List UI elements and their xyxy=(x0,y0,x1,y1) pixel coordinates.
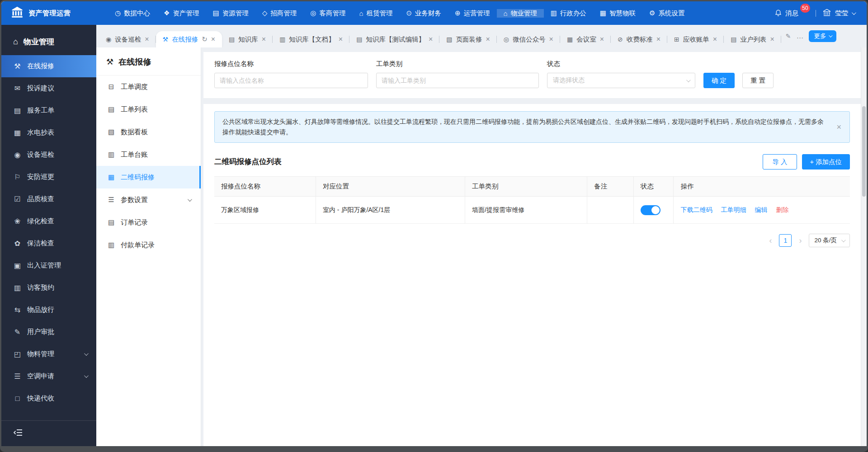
tab-receivable-bills[interactable]: ⊞ 应收账单 × xyxy=(667,31,724,47)
sidebar-item-visitor-booking[interactable]: ▥ 访客预约 xyxy=(1,277,96,299)
submenu-item-icon: ▤ xyxy=(107,218,115,226)
close-icon[interactable]: × xyxy=(549,36,553,43)
close-icon[interactable]: × xyxy=(836,123,841,131)
sidebar-item-label: 物料管理 xyxy=(27,350,54,358)
tab-online-repair[interactable]: ⚒ 在线报修 ↻ × xyxy=(156,31,222,47)
section-title: 二维码报修点位列表 xyxy=(214,157,282,167)
sidebar-item-material-mgmt[interactable]: ◰ 物料管理 xyxy=(1,343,96,365)
submenu-item-work-order-ledger[interactable]: ▥ 工单台账 xyxy=(96,143,201,166)
work-order-detail-link[interactable]: 工单明细 xyxy=(721,206,746,214)
scrollbar-thumb[interactable] xyxy=(862,106,866,197)
topnav-item-resource-mgmt[interactable]: ▤ 资源管理 xyxy=(206,9,255,18)
sidebar-item-online-repair[interactable]: ⚒ 在线报修 xyxy=(1,55,96,77)
point-name-input[interactable] xyxy=(214,73,368,88)
sidebar-item-pass-mgmt[interactable]: ▣ 出入证管理 xyxy=(1,254,96,277)
page-size-select[interactable]: 20 条/页 xyxy=(809,234,850,247)
edit-link[interactable]: 编辑 xyxy=(755,206,767,214)
tab-knowledge-docs[interactable]: ▥ 知识库【文档】 × xyxy=(273,31,349,47)
sidebar-item-courier-collection[interactable]: □ 快递代收 xyxy=(1,387,96,410)
close-icon[interactable]: × xyxy=(429,36,433,43)
sidebar-item-service-orders[interactable]: ▤ 服务工单 xyxy=(1,99,96,122)
sidebar-item-user-approval[interactable]: ✎ 用户审批 xyxy=(1,321,96,343)
sidebar-item-label: 访客预约 xyxy=(27,283,54,292)
topnav-item-business-finance[interactable]: ⊙ 业务财务 xyxy=(399,9,448,18)
tab-label: 会议室 xyxy=(576,35,596,44)
submenu-item-order-records[interactable]: ▤ 订单记录 xyxy=(96,211,201,234)
close-icon[interactable]: × xyxy=(486,36,490,43)
status-toggle[interactable] xyxy=(641,205,660,215)
import-button[interactable]: 导 入 xyxy=(763,154,797,170)
submenu-item-icon: ☰ xyxy=(107,196,115,204)
chevron-down-icon xyxy=(84,351,89,356)
sidebar-item-complaints[interactable]: ✉ 投诉建议 xyxy=(1,77,96,99)
topnav-item-leasing-mgmt[interactable]: ⌂ 租赁管理 xyxy=(352,9,399,18)
refresh-icon[interactable]: ↻ xyxy=(202,35,208,43)
submenu-item-data-dashboard[interactable]: ▧ 数据看板 xyxy=(96,121,201,143)
topnav-item-operation-mgmt[interactable]: ⊕ 运营管理 xyxy=(448,9,497,18)
messages-button[interactable]: 消息 50 xyxy=(774,9,798,18)
close-icon[interactable]: × xyxy=(339,36,343,43)
topnav-item-data-center[interactable]: ◷ 数据中心 xyxy=(108,9,157,18)
close-icon[interactable]: × xyxy=(211,36,215,43)
delete-link[interactable]: 删除 xyxy=(776,206,788,214)
tab-page-decoration[interactable]: ▧ 页面装修 × xyxy=(439,31,497,47)
sidebar-item-icon: ❀ xyxy=(13,217,22,226)
reset-button[interactable]: 重 置 xyxy=(742,73,774,88)
user-menu[interactable]: 莹莹 xyxy=(822,8,855,19)
sidebar-item-utility-meter[interactable]: ▦ 水电抄表 xyxy=(1,122,96,144)
tab-icon: ▦ xyxy=(567,36,573,43)
chevron-down-icon xyxy=(852,10,856,15)
submenu-item-work-order-list[interactable]: ▤ 工单列表 xyxy=(96,98,201,121)
topnav-item-system-settings[interactable]: ⚙ 系统设置 xyxy=(642,9,691,18)
sidebar-item-quality-check[interactable]: ☑ 品质核查 xyxy=(1,188,96,210)
sidebar-item-greening-check[interactable]: ❀ 绿化检查 xyxy=(1,210,96,232)
tab-knowledge-base[interactable]: ▤ 知识库 × xyxy=(222,31,273,47)
scrollbar-track[interactable] xyxy=(861,47,867,446)
topnav-item-investment-mgmt[interactable]: ◇ 招商管理 xyxy=(255,9,304,18)
close-icon[interactable]: × xyxy=(656,36,660,43)
tab-ellipsis[interactable]: … xyxy=(796,32,803,40)
submenu-item-qr-repair[interactable]: ▦ 二维码报修 xyxy=(96,166,201,188)
prev-page-icon[interactable]: ‹ xyxy=(766,236,775,245)
submenu-item-work-order-dispatch[interactable]: ⊟ 工单调度 xyxy=(96,75,201,98)
topnav-item-asset-mgmt[interactable]: ❖ 资产管理 xyxy=(157,9,206,18)
sidebar-item-equipment-inspection[interactable]: ◉ 设备巡检 xyxy=(1,144,96,166)
submenu-item-payment-records[interactable]: ▥ 付款单记录 xyxy=(96,234,201,256)
sidebar-item-icon: ▥ xyxy=(13,283,22,292)
sidebar-item-item-release[interactable]: ⇆ 物品放行 xyxy=(1,299,96,321)
next-page-icon[interactable]: › xyxy=(796,236,805,245)
status-select[interactable]: 请选择状态 xyxy=(547,73,695,88)
tab-wechat-official[interactable]: ◎ 微信公众号 × xyxy=(497,31,560,47)
close-icon[interactable]: × xyxy=(262,36,266,43)
topnav-item-admin-office[interactable]: ▥ 行政办公 xyxy=(544,9,593,18)
sidebar-item-ac-application[interactable]: ☰ 空调申请 xyxy=(1,365,96,387)
tab-equipment-inspection[interactable]: ◉ 设备巡检 × xyxy=(99,31,156,47)
download-qr-link[interactable]: 下载二维码 xyxy=(680,206,712,214)
tab-icon: ▤ xyxy=(356,36,362,43)
cell-point-name: 万象区域报修 xyxy=(214,197,316,223)
topnav-item-smart-iot[interactable]: ▦ 智慧物联 xyxy=(593,9,642,18)
tab-meeting-room[interactable]: ▦ 会议室 × xyxy=(560,31,611,47)
close-icon[interactable]: × xyxy=(145,36,149,43)
topnav-item-customer-mgmt[interactable]: ◎ 客商管理 xyxy=(303,9,352,18)
close-icon[interactable]: × xyxy=(600,36,604,43)
bell-icon xyxy=(774,9,782,18)
tab-fee-standard[interactable]: ⊘ 收费标准 × xyxy=(611,31,667,47)
submenu-item-parameter-settings[interactable]: ☰ 参数设置 xyxy=(96,188,201,211)
sidebar-item-security-patrol[interactable]: ⚐ 安防巡更 xyxy=(1,166,96,188)
collapse-sidebar-icon[interactable] xyxy=(13,428,23,437)
more-tabs-button[interactable]: 更多 xyxy=(809,30,836,42)
page-number[interactable]: 1 xyxy=(779,234,792,247)
close-icon[interactable]: × xyxy=(770,36,774,43)
tab-knowledge-test-edit[interactable]: ▤ 知识库【测试编辑】 × xyxy=(349,31,439,47)
sidebar-item-label: 出入证管理 xyxy=(27,261,61,270)
close-icon[interactable]: × xyxy=(713,36,717,43)
filter-label: 工单类别 xyxy=(376,60,539,68)
confirm-button[interactable]: 确 定 xyxy=(703,73,735,88)
tab-owner-list[interactable]: ▤ 业户列表 × xyxy=(724,31,781,47)
add-point-button[interactable]: + 添加点位 xyxy=(802,154,850,170)
sidebar-item-cleaning-check[interactable]: ✿ 保洁检查 xyxy=(1,232,96,254)
work-order-category-input[interactable] xyxy=(376,73,539,88)
tab-overflow-icon[interactable]: ✎ xyxy=(786,33,791,40)
topnav-item-property-mgmt[interactable]: ⌂ 物业管理 xyxy=(497,9,544,18)
